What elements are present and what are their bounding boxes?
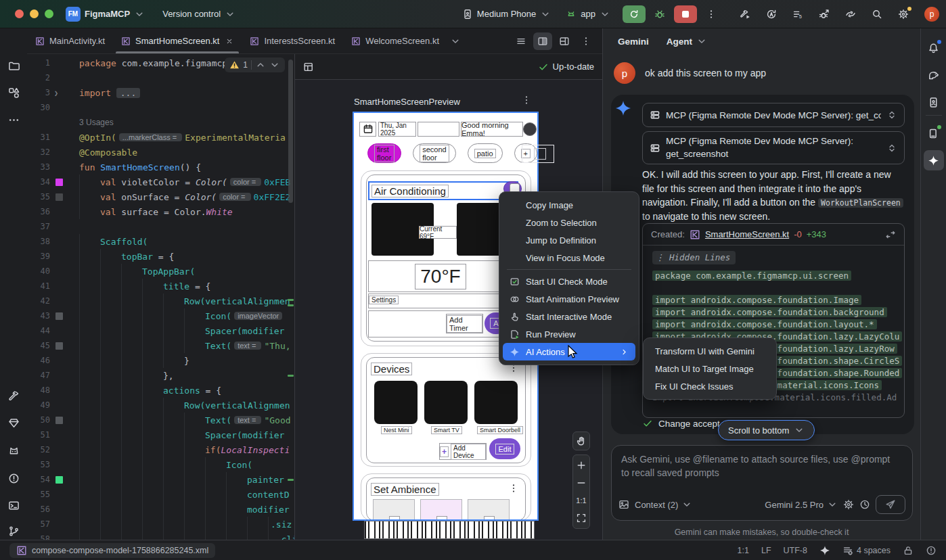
hidden-lines-chip[interactable]: ⋮ Hidden Lines bbox=[652, 251, 736, 264]
code-line-32[interactable]: 32@Composable bbox=[27, 145, 294, 160]
device-manager-button[interactable] bbox=[924, 92, 944, 112]
version-control-button[interactable] bbox=[3, 521, 24, 541]
indent-config[interactable]: 4 spaces bbox=[842, 545, 891, 556]
code-line-33[interactable]: 33fun SmartHomeScreen() { bbox=[27, 160, 294, 174]
ui-tools-icon[interactable] bbox=[303, 62, 314, 72]
code-line-41[interactable]: 41title = { bbox=[27, 279, 294, 294]
code-line-38[interactable]: 38Scaffold( bbox=[27, 234, 294, 249]
code-line-44[interactable]: 44Spacer(modifier bbox=[27, 323, 294, 338]
device-tile-nest-mini[interactable] bbox=[374, 381, 418, 424]
menu-item-view-in-focus-mode[interactable]: View in Focus Mode bbox=[503, 249, 635, 266]
prev-problem-icon[interactable] bbox=[255, 60, 266, 70]
zoom-out-button[interactable] bbox=[573, 474, 589, 492]
code-line-55[interactable]: 55contentD bbox=[27, 487, 294, 502]
search-button[interactable] bbox=[867, 5, 887, 24]
build-run-button[interactable] bbox=[735, 5, 755, 24]
room-chip-second-floor[interactable]: second floor bbox=[413, 143, 455, 163]
model-selector[interactable]: Gemini 2.5 Pro bbox=[765, 499, 838, 510]
tab-mainactivity[interactable]: MainActivity.kt bbox=[27, 28, 113, 53]
device-tile-smart-doorbell[interactable] bbox=[474, 381, 518, 424]
gemini-status-icon[interactable] bbox=[819, 545, 830, 556]
run-config-selector[interactable]: app bbox=[566, 9, 610, 20]
code-line-46[interactable]: 46} bbox=[27, 353, 294, 368]
code-line-42[interactable]: 42Row(verticalAlignmen bbox=[27, 294, 294, 308]
code-line-49[interactable]: 49Row(verticalAlignmen bbox=[27, 398, 294, 413]
code-line-54[interactable]: 54painter bbox=[27, 472, 294, 487]
attach-image-icon[interactable] bbox=[618, 499, 629, 510]
code-line-36[interactable]: 36val surface = Color.White bbox=[27, 204, 294, 219]
project-folder-button[interactable] bbox=[3, 55, 24, 76]
zoom-fit-button[interactable] bbox=[573, 509, 589, 527]
rerun-button[interactable] bbox=[623, 5, 646, 23]
code-line-50[interactable]: 50Text(text = "Good bbox=[27, 413, 294, 427]
code-line-30[interactable]: 30 bbox=[27, 100, 294, 115]
build-hammer-button[interactable] bbox=[3, 386, 24, 406]
tool-call-card[interactable]: MCP (Figma Remote Dev Mode MCP Server): … bbox=[642, 131, 905, 164]
tab-welcomescreen[interactable]: WelcomeScreen.kt bbox=[343, 28, 447, 53]
todo-list-button[interactable]: 5 bbox=[788, 5, 808, 24]
problems-button[interactable] bbox=[3, 468, 24, 488]
gemini-tab[interactable]: Gemini bbox=[618, 37, 649, 47]
add-device-button[interactable]: + Add Device bbox=[439, 443, 487, 460]
user-avatar[interactable]: p bbox=[924, 7, 939, 22]
running-devices-button[interactable] bbox=[924, 123, 944, 143]
editor-list-view-button[interactable] bbox=[512, 32, 531, 50]
menu-item-start-animation-preview[interactable]: Start Animation Preview bbox=[503, 290, 635, 308]
tool-call-card[interactable]: MCP (Figma Remote Dev Mode MCP Server): … bbox=[642, 103, 905, 127]
menu-item-zoom-to-selection[interactable]: Zoom to Selection bbox=[503, 214, 635, 231]
code-line-53[interactable]: 53Icon( bbox=[27, 457, 294, 472]
code-line-34[interactable]: 34val violetColor = Color(color = 0xFEB bbox=[27, 174, 294, 189]
code-line-45[interactable]: 45Text(text = "Thu, bbox=[27, 338, 294, 353]
code-line-39[interactable]: 39topBar = { bbox=[27, 249, 294, 264]
ambience-tile[interactable] bbox=[420, 499, 462, 521]
zoom-in-button[interactable] bbox=[573, 457, 589, 474]
agent-mode-selector[interactable]: Agent bbox=[667, 36, 707, 47]
code-line-40[interactable]: 40TopAppBar( bbox=[27, 264, 294, 279]
unlock-icon[interactable] bbox=[903, 545, 914, 556]
settings-button[interactable] bbox=[893, 5, 914, 24]
preview-layout-button[interactable] bbox=[555, 32, 574, 50]
menu-item-jump-to-definition[interactable]: Jump to Definition bbox=[503, 231, 635, 249]
code-editor[interactable]: 1package com.example.figmamcp.u23❯import… bbox=[27, 54, 294, 540]
code-line-58[interactable]: 58.cli bbox=[27, 532, 294, 540]
app-quality-button[interactable] bbox=[3, 413, 24, 433]
resource-manager-button[interactable] bbox=[3, 83, 24, 103]
close-tab-icon[interactable] bbox=[225, 37, 233, 45]
maximize-window-button[interactable] bbox=[45, 9, 53, 18]
tab-smarthomescreen[interactable]: SmartHomeScreen.kt bbox=[113, 28, 242, 53]
editor-options-button[interactable] bbox=[577, 32, 595, 50]
notifications-button[interactable] bbox=[924, 38, 944, 58]
code-line-3[interactable]: 3❯import ... bbox=[27, 85, 294, 100]
color-swatch[interactable] bbox=[55, 312, 63, 320]
preview-options-icon[interactable] bbox=[521, 95, 532, 106]
code-line-31[interactable]: 31@OptIn(...markerClass = ExperimentalMa… bbox=[27, 130, 294, 145]
history-icon[interactable] bbox=[859, 499, 870, 510]
ambience-tile[interactable] bbox=[468, 499, 510, 521]
expand-icon[interactable] bbox=[886, 110, 897, 120]
zoom-ratio-button[interactable]: 1:1 bbox=[573, 492, 589, 509]
color-swatch[interactable] bbox=[55, 193, 63, 201]
device-tile-smart-tv[interactable] bbox=[424, 381, 468, 424]
code-line-56[interactable]: 56modifier bbox=[27, 502, 294, 517]
sync-button[interactable] bbox=[840, 5, 861, 24]
inspection-widget[interactable]: 1 bbox=[225, 57, 285, 72]
ambience-tile[interactable] bbox=[373, 499, 415, 521]
device-selector[interactable]: Medium Phone bbox=[462, 9, 551, 20]
terminal-button[interactable] bbox=[3, 495, 24, 515]
statusbar-file[interactable]: compose-compose-model-1758866285245.xml bbox=[9, 543, 215, 558]
code-line-37[interactable]: 37 bbox=[27, 219, 294, 234]
expand-icon[interactable] bbox=[886, 143, 897, 154]
error-highlight-icon[interactable] bbox=[926, 545, 937, 556]
line-ending[interactable]: LF bbox=[761, 546, 771, 555]
code-line-52[interactable]: 52if(LocalInspecti bbox=[27, 442, 294, 457]
gemini-input-box[interactable]: Ask Gemini, use @filename to attach sour… bbox=[611, 445, 913, 521]
menu-item-copy-image[interactable]: Copy Image bbox=[503, 196, 635, 214]
code-line-57[interactable]: 57.siz bbox=[27, 517, 294, 532]
open-diff-icon[interactable] bbox=[885, 229, 896, 240]
split-editor-button[interactable] bbox=[533, 32, 552, 50]
color-swatch[interactable] bbox=[55, 476, 63, 484]
encoding[interactable]: UTF-8 bbox=[784, 546, 807, 555]
usages-hint[interactable]: 3 Usages bbox=[27, 115, 294, 130]
color-swatch[interactable] bbox=[55, 179, 63, 186]
profiler-button[interactable] bbox=[761, 5, 782, 24]
